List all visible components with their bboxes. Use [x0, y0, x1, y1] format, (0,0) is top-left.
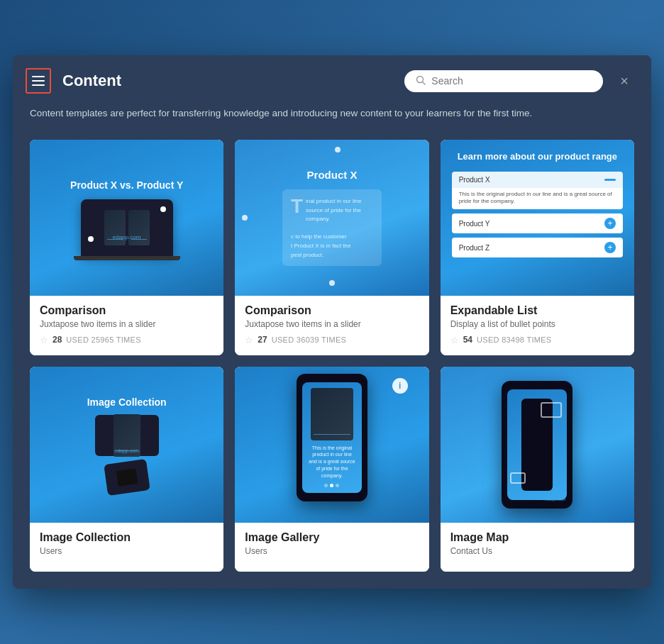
rating: 27	[258, 335, 267, 345]
card-name: Image Map	[450, 531, 624, 544]
card-name: Comparison	[245, 304, 419, 317]
card-desc: Display a list of bullet points	[450, 319, 624, 329]
card-info-imgcollection: Image Collection Users	[30, 523, 223, 572]
card-imgcollection[interactable]: Image Collection edapp.com Image Collect…	[30, 367, 223, 572]
svg-line-1	[423, 82, 426, 84]
card-info-imggallery: Image Gallery Users	[235, 523, 428, 572]
thumb-title-expandable: Learn more about our product range	[452, 151, 623, 162]
card-comparison1[interactable]: Product X vs. Product Y edapp.com Compar…	[30, 140, 223, 355]
card-info-expandable: Expandable List Display a list of bullet…	[441, 296, 634, 355]
phone-gallery: This is the original product in our line…	[297, 374, 367, 501]
slider-dot-bottom	[88, 236, 94, 242]
menu-button[interactable]	[26, 68, 51, 94]
star-icon: ☆	[450, 335, 459, 345]
expand-active-label: Product X	[459, 176, 490, 184]
map-rect1	[541, 402, 562, 418]
card-thumb-comparison1: Product X vs. Product Y edapp.com	[30, 140, 223, 296]
card-desc: Juxtapose two items in a slider	[40, 319, 214, 329]
card-name: Image Gallery	[245, 531, 419, 544]
used-text: USED 36039 TIMES	[272, 335, 346, 344]
thumb-title-comparison1: Product X vs. Product Y	[70, 179, 183, 191]
card-desc: Users	[245, 546, 419, 556]
used-text: USED 83498 TIMES	[477, 335, 551, 344]
card-desc: Juxtapose two items in a slider	[245, 319, 419, 329]
card-comparison2[interactable]: Product X T inal product in our linesour…	[235, 140, 428, 355]
modal-title: Content	[62, 72, 393, 90]
card-desc: Contact Us	[450, 546, 624, 556]
slider-dot-top	[160, 206, 166, 212]
collection-card-big: edapp.com	[95, 415, 159, 456]
map-rect2	[510, 472, 526, 484]
expand-item3: Product Z	[459, 244, 489, 252]
expand-item2: Product Y	[459, 220, 490, 228]
card-info-comparison1: Comparison Juxtapose two items in a slid…	[30, 296, 223, 355]
search-bar	[404, 70, 603, 92]
card-meta: ☆ 54 USED 83498 TIMES	[450, 335, 624, 345]
slide-content: T inal product in our linesource of prid…	[282, 189, 382, 266]
card-thumb-comparison2: Product X T inal product in our linesour…	[235, 140, 428, 296]
close-button[interactable]: ×	[614, 71, 634, 91]
card-expandable[interactable]: Learn more about our product range Produ…	[441, 140, 634, 355]
thumb-title-imgcollection: Image Collection	[87, 396, 167, 408]
star-icon: ☆	[40, 335, 48, 345]
card-name: Image Collection	[40, 531, 214, 544]
card-thumb-imgcollection: Image Collection edapp.com	[30, 367, 223, 523]
phone-map: edapp.com	[502, 381, 572, 509]
card-name: Comparison	[40, 304, 214, 317]
thumb-title-comparison2: Product X	[307, 169, 358, 181]
card-thumb-imggallery: i This is the original product in our li…	[235, 367, 428, 523]
star-icon: ☆	[245, 335, 253, 345]
card-desc: Users	[40, 546, 214, 556]
used-text: USED 25965 TIMES	[66, 335, 140, 344]
cards-grid: Product X vs. Product Y edapp.com Compar…	[13, 134, 651, 589]
card-thumb-imgmap: edapp.com	[441, 367, 634, 523]
card-meta: ☆ 27 USED 36039 TIMES	[245, 335, 419, 345]
search-input[interactable]	[431, 75, 592, 87]
card-imggallery[interactable]: i This is the original product in our li…	[235, 367, 428, 572]
card-meta: ☆ 28 USED 25965 TIMES	[40, 335, 214, 345]
search-icon	[416, 75, 426, 87]
card-name: Expandable List	[450, 304, 624, 317]
expand-active-desc: This is the original product in our line…	[452, 188, 623, 210]
modal-header: Content ×	[13, 55, 651, 104]
rating: 28	[52, 335, 62, 345]
content-modal: Content × Content templates are perfect …	[13, 55, 651, 588]
laptop-mockup: edapp.com	[81, 199, 173, 256]
card-info-imgmap: Image Map Contact Us	[441, 523, 634, 572]
card-imgmap[interactable]: edapp.com Image Map Contact Us	[441, 367, 634, 572]
collection-card-small	[104, 459, 150, 496]
card-thumb-expandable: Learn more about our product range Produ…	[441, 140, 634, 296]
card-info-comparison2: Comparison Juxtapose two items in a slid…	[235, 296, 428, 355]
modal-description: Content templates are perfect for transf…	[13, 104, 651, 133]
info-badge: i	[392, 378, 408, 394]
rating: 54	[463, 335, 472, 345]
